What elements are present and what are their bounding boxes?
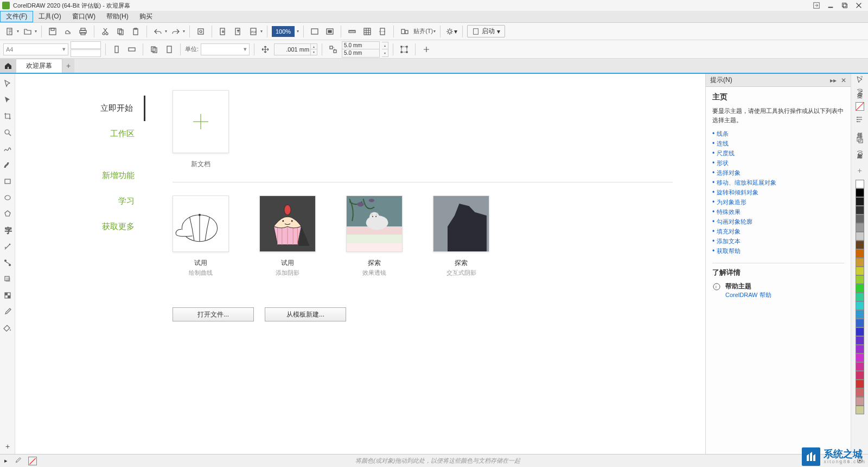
- hints-undock-icon[interactable]: ▸▸: [830, 77, 837, 84]
- ruler-button[interactable]: [346, 25, 359, 38]
- hint-topic-link[interactable]: 特殊效果: [712, 208, 844, 216]
- nav-workspace[interactable]: 工作区: [15, 121, 145, 147]
- color-swatch[interactable]: [856, 197, 864, 206]
- preview-button[interactable]: [323, 25, 336, 38]
- menu-file[interactable]: 文件(F): [0, 11, 33, 22]
- color-swatch[interactable]: [856, 267, 864, 275]
- color-swatch[interactable]: [856, 258, 864, 267]
- color-swatch[interactable]: [856, 345, 864, 354]
- color-swatch[interactable]: [856, 371, 864, 380]
- template-card-lens[interactable]: 探索 效果透镜: [346, 195, 403, 277]
- color-swatch[interactable]: [856, 336, 864, 345]
- search-button[interactable]: [194, 25, 207, 38]
- artistic-media-tool[interactable]: [0, 157, 15, 173]
- close-button[interactable]: [854, 1, 864, 10]
- no-fill-swatch[interactable]: [28, 457, 37, 465]
- hint-topic-link[interactable]: 添加文本: [712, 237, 844, 245]
- zoom-tool[interactable]: [0, 125, 15, 140]
- add-docker-button[interactable]: +: [855, 166, 865, 175]
- color-swatch[interactable]: [856, 232, 864, 241]
- color-swatch[interactable]: [856, 362, 864, 371]
- snap-dropdown[interactable]: 贴齐(T)▾: [413, 27, 436, 35]
- minimize-button[interactable]: [826, 1, 835, 10]
- from-template-button[interactable]: 从模板新建...: [265, 307, 346, 321]
- menu-window[interactable]: 窗口(W): [67, 11, 101, 22]
- cut-button[interactable]: [99, 25, 112, 38]
- redo-button[interactable]: ▾: [169, 25, 185, 38]
- zoom-dropdown[interactable]: 100%▾: [272, 26, 299, 37]
- eyedropper-tool[interactable]: [0, 304, 15, 319]
- palette-scroll-left[interactable]: ‹: [839, 458, 841, 464]
- hints-docker-tab[interactable]: 提示(N): [855, 85, 865, 99]
- help-link[interactable]: CorelDRAW 帮助: [725, 291, 844, 299]
- text-tool[interactable]: 字: [0, 223, 15, 238]
- nav-get-started[interactable]: 立即开始: [15, 96, 145, 121]
- color-swatch[interactable]: [856, 223, 864, 232]
- signin-icon[interactable]: [812, 1, 821, 10]
- color-swatch[interactable]: [856, 214, 864, 223]
- nav-whats-new[interactable]: 新增功能: [15, 163, 145, 188]
- pick-tool[interactable]: [0, 76, 15, 91]
- color-swatch[interactable]: [856, 380, 864, 388]
- hint-topic-link[interactable]: 填充对象: [712, 228, 844, 236]
- paste-button[interactable]: [129, 25, 142, 38]
- hint-topic-link[interactable]: 连线: [712, 140, 844, 148]
- hints-docker-icon[interactable]: ?: [855, 75, 865, 85]
- dropshadow-tool[interactable]: [0, 272, 15, 287]
- color-swatch[interactable]: [856, 301, 864, 310]
- palette-scroll-right[interactable]: ›: [847, 458, 850, 464]
- color-swatch[interactable]: [856, 284, 864, 293]
- color-swatch[interactable]: [856, 388, 864, 397]
- grid-button[interactable]: [361, 25, 374, 38]
- export-button[interactable]: [232, 25, 245, 38]
- cloud-button[interactable]: [61, 25, 74, 38]
- undo-button[interactable]: ▾: [151, 25, 167, 38]
- color-swatch[interactable]: [856, 188, 864, 197]
- portrait-button[interactable]: [110, 43, 123, 56]
- copy-button[interactable]: [114, 25, 127, 38]
- objects-docker-icon[interactable]: [855, 135, 865, 145]
- open-button[interactable]: ▾: [21, 25, 37, 38]
- rectangle-tool[interactable]: [0, 174, 15, 189]
- page-dims[interactable]: [71, 41, 101, 57]
- current-page-button[interactable]: [163, 43, 176, 56]
- color-swatch[interactable]: [856, 310, 864, 319]
- save-button[interactable]: [46, 25, 59, 38]
- print-button[interactable]: [76, 25, 90, 38]
- color-swatch[interactable]: [856, 241, 864, 249]
- pdf-button[interactable]: PDF▾: [247, 25, 263, 38]
- bounding-box-button[interactable]: [398, 43, 411, 56]
- hint-topic-link[interactable]: 形状: [712, 159, 844, 167]
- palette-flyout-icon[interactable]: ▸: [4, 457, 8, 464]
- new-document-card[interactable]: [173, 90, 229, 153]
- parallel-dim-tool[interactable]: [0, 239, 15, 254]
- objects-docker-tab[interactable]: 对象 (O): [855, 146, 865, 161]
- palette-menu-icon[interactable]: [856, 457, 864, 465]
- color-swatch[interactable]: [856, 397, 864, 406]
- color-swatch[interactable]: [856, 406, 864, 414]
- fill-tool[interactable]: [0, 320, 15, 336]
- add-preset-button[interactable]: [420, 43, 433, 56]
- color-swatch[interactable]: [856, 293, 864, 301]
- align-button[interactable]: [398, 25, 411, 38]
- launch-button[interactable]: 启动 ▾: [467, 25, 505, 37]
- guides-button[interactable]: [376, 25, 389, 38]
- color-swatch[interactable]: [856, 354, 864, 362]
- properties-docker-icon[interactable]: [855, 115, 865, 124]
- template-card-shadow[interactable]: 试用 添加阴影: [259, 195, 316, 277]
- customize-toolbox[interactable]: +: [0, 439, 15, 454]
- shape-tool[interactable]: [0, 92, 15, 108]
- hint-topic-link[interactable]: 获取帮助: [712, 247, 844, 255]
- dup-distance-fields[interactable]: 5.0 mm 5.0 mm: [342, 41, 380, 58]
- maximize-button[interactable]: [840, 1, 850, 10]
- options-button[interactable]: ▾: [445, 25, 458, 38]
- connector-tool[interactable]: [0, 255, 15, 270]
- hint-topic-link[interactable]: 移动、缩放和延展对象: [712, 179, 844, 187]
- color-swatch[interactable]: [856, 327, 864, 336]
- tab-welcome[interactable]: 欢迎屏幕: [16, 59, 62, 73]
- hint-topic-link[interactable]: 选择对象: [712, 169, 844, 177]
- menu-tools[interactable]: 工具(O): [33, 11, 66, 22]
- nav-get-more[interactable]: 获取更多: [15, 214, 145, 239]
- open-file-button[interactable]: 打开文件...: [173, 307, 254, 321]
- template-card-curves[interactable]: 试用 绘制曲线: [173, 195, 229, 277]
